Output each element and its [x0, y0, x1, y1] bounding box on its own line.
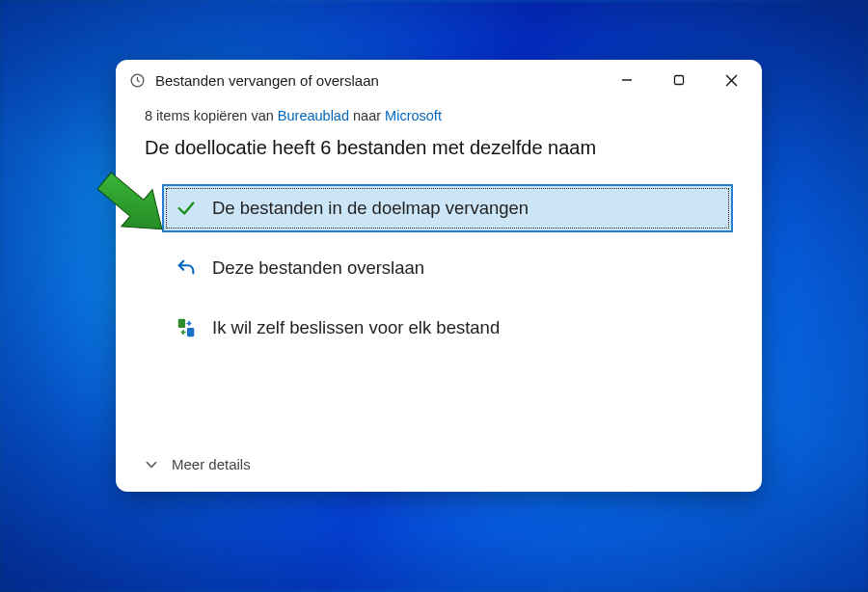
window-controls — [602, 63, 756, 97]
option-replace-label: De bestanden in de doelmap vervangen — [212, 198, 529, 219]
clock-icon — [129, 72, 146, 89]
destination-location-link[interactable]: Microsoft — [385, 108, 442, 123]
titlebar: Bestanden vervangen of overslaan — [116, 60, 762, 100]
svg-rect-3 — [187, 328, 194, 336]
conflict-heading: De doellocatie heeft 6 bestanden met dez… — [145, 137, 733, 159]
dialog-content: 8 items kopiëren van Bureaublad naar Mic… — [116, 100, 762, 452]
copy-summary: 8 items kopiëren van Bureaublad naar Mic… — [145, 108, 733, 123]
dialog-footer: Meer details — [116, 452, 762, 492]
option-decide[interactable]: Ik wil zelf beslissen voor elk bestand — [162, 304, 733, 352]
svg-rect-1 — [675, 76, 684, 85]
chevron-down-icon — [145, 458, 158, 471]
compare-icon — [176, 317, 197, 338]
option-decide-label: Ik wil zelf beslissen voor elk bestand — [212, 317, 500, 338]
option-skip[interactable]: Deze bestanden overslaan — [162, 244, 733, 292]
checkmark-icon — [176, 198, 197, 219]
summary-mid: naar — [349, 108, 385, 123]
minimize-button[interactable] — [602, 63, 652, 97]
close-button[interactable] — [706, 63, 756, 97]
options-list: De bestanden in de doelmap vervangen Dez… — [145, 184, 733, 352]
replace-or-skip-dialog: Bestanden vervangen of overslaan 8 items… — [116, 60, 762, 492]
option-skip-label: Deze bestanden overslaan — [212, 257, 424, 279]
svg-rect-2 — [178, 319, 185, 328]
source-location-link[interactable]: Bureaublad — [278, 108, 349, 123]
option-replace[interactable]: De bestanden in de doelmap vervangen — [162, 184, 733, 232]
more-details-button[interactable]: Meer details — [172, 456, 251, 472]
undo-icon — [176, 257, 197, 279]
summary-prefix: 8 items kopiëren van — [145, 108, 278, 123]
maximize-button[interactable] — [654, 63, 704, 97]
dialog-title: Bestanden vervangen of overslaan — [155, 72, 602, 89]
